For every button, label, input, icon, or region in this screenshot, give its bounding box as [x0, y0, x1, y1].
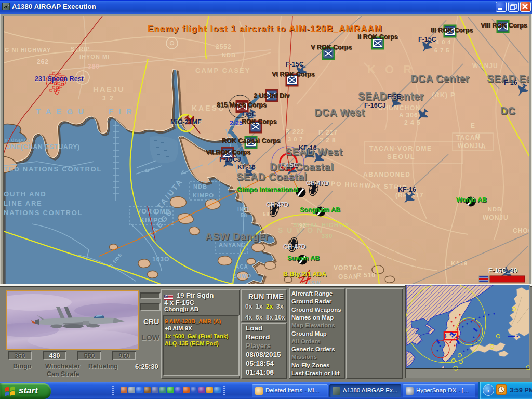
- svg-text:OSAN: OSAN: [338, 273, 358, 281]
- svg-text:ASW: ASW: [307, 281, 321, 284]
- svg-text:NATIONS CONTROL: NATIONS CONTROL: [4, 209, 83, 217]
- svg-text:WONJU: WONJU: [458, 142, 484, 150]
- svg-text:58: 58: [263, 211, 270, 217]
- svg-text:103O: 103O: [152, 256, 169, 263]
- svg-text:LINE ARE: LINE ARE: [4, 200, 43, 207]
- svg-text:3 2 8: 3 2 8: [320, 137, 336, 144]
- svg-text:WONJU: WONJU: [472, 62, 498, 70]
- svg-text:ABANDONED: ABANDONED: [363, 171, 411, 178]
- svg-text:CAMP CASEY: CAMP CASEY: [195, 66, 250, 74]
- svg-text:V ROK Corps: V ROK Corps: [311, 44, 352, 51]
- svg-text:231 Spoon Rest: 231 Spoon Rest: [35, 75, 84, 83]
- svg-text:KF-16: KF-16: [398, 186, 416, 193]
- svg-text:6 7 5: 6 7 5: [434, 47, 449, 54]
- svg-text:VII ROK Corps: VII ROK Corps: [206, 149, 250, 156]
- svg-text:Wonju AB: Wonju AB: [456, 196, 487, 204]
- svg-text:WONJU: WONJU: [483, 214, 509, 221]
- svg-text:Gimpo International: Gimpo International: [237, 186, 298, 193]
- svg-text:K O R: K O R: [367, 63, 415, 76]
- svg-text:DCA West: DCA West: [314, 107, 365, 118]
- svg-text:CH-47D: CH-47D: [266, 201, 289, 208]
- svg-text:VI ROK Corps: VI ROK Corps: [272, 71, 315, 78]
- svg-text:2:25: 2:25: [230, 119, 243, 127]
- svg-text:SEAD Coastal: SEAD Coastal: [236, 171, 307, 182]
- svg-text:58: 58: [241, 212, 247, 218]
- svg-text:Suwon AB: Suwon AB: [287, 255, 320, 262]
- svg-text:TED NATIONS CONTROL: TED NATIONS CONTROL: [4, 165, 102, 173]
- svg-text:2552: 2552: [216, 43, 232, 50]
- svg-text:KIMPO: KIMPO: [140, 217, 164, 224]
- svg-text:(RK) P: (RK) P: [432, 91, 456, 99]
- svg-text:IHYON MI: IHYON MI: [79, 54, 110, 60]
- svg-text:KF-16: KF-16: [237, 164, 256, 171]
- svg-text:A 306: A 306: [399, 112, 418, 119]
- svg-text:KF-16: KF-16: [299, 144, 317, 152]
- svg-text:F-15C: F-15C: [280, 162, 298, 169]
- svg-text:NDB: NDB: [488, 206, 502, 212]
- svg-text:SUWO: SUWO: [233, 273, 251, 279]
- svg-text:A: A: [481, 143, 486, 150]
- svg-text:3 2: 3 2: [102, 95, 114, 102]
- svg-text:ACA: ACA: [235, 264, 248, 270]
- svg-text:NDB: NDB: [222, 52, 236, 58]
- svg-text:KIMPO: KIMPO: [193, 192, 214, 198]
- svg-text:CHOON: CHOON: [513, 227, 529, 234]
- svg-text:2 4 5: 2 4 5: [404, 119, 421, 126]
- svg-text:262: 262: [37, 58, 49, 65]
- svg-text:OUTH AND: OUTH AND: [4, 190, 47, 198]
- svg-text:4 0 4: 4 0 4: [436, 39, 451, 45]
- svg-text:380: 380: [88, 63, 100, 70]
- svg-text:MiG-21MF: MiG-21MF: [170, 118, 202, 126]
- svg-text:815 Mech Corps: 815 Mech Corps: [217, 101, 267, 109]
- svg-text:F-15C: F-15C: [286, 61, 304, 68]
- svg-text:92: 92: [299, 223, 306, 229]
- svg-text:T A E G U: T A E G U: [36, 107, 85, 116]
- svg-text:ROK Capital Corps: ROK Capital Corps: [222, 137, 281, 144]
- svg-text:CH-47D: CH-47D: [306, 180, 329, 187]
- svg-text:2 US Inf Div: 2 US Inf Div: [254, 92, 290, 99]
- svg-text:ONE(CHAN ESTUARY): ONE(CHAN ESTUARY): [6, 143, 80, 151]
- svg-text:HAEJU: HAEJU: [93, 85, 125, 94]
- svg-text:3 0 7: 3 0 7: [288, 136, 303, 142]
- svg-text:SEOUL: SEOUL: [387, 153, 416, 161]
- svg-text:ROK Corps: ROK Corps: [242, 118, 276, 125]
- svg-text:STRIP: STRIP: [71, 46, 90, 52]
- svg-text:F-5E: F-5E: [387, 93, 401, 100]
- svg-text:VORTAC: VORTAC: [334, 264, 363, 272]
- svg-text:TACAN-VOR DME: TACAN-VOR DME: [369, 145, 432, 152]
- svg-text:F-16CJ: F-16CJ: [219, 156, 241, 163]
- svg-text:DC: DC: [500, 105, 515, 116]
- svg-text:III ROK Corps: III ROK Corps: [431, 26, 473, 34]
- svg-text:F-5E: F-5E: [242, 111, 256, 118]
- svg-text:F-16C_30: F-16C_30: [488, 267, 517, 274]
- svg-text:NDB: NDB: [193, 183, 207, 190]
- svg-text:DCA Center: DCA Center: [410, 73, 470, 84]
- svg-text:VIII ROK Corps: VIII ROK Corps: [481, 22, 527, 29]
- svg-text:Enemy flight lost 1 aircraft t: Enemy flight lost 1 aircraft to AIM-120B…: [148, 24, 382, 34]
- svg-text:E: E: [471, 122, 475, 129]
- svg-text:330: 330: [322, 233, 332, 239]
- svg-text:Songnam AB: Songnam AB: [300, 206, 340, 214]
- svg-text:II ROK Corps: II ROK Corps: [357, 33, 398, 41]
- svg-text:INTL: INTL: [237, 207, 251, 212]
- svg-text:ASW Danger: ASW Danger: [205, 231, 269, 242]
- svg-text:B: B: [476, 132, 481, 140]
- svg-text:F-15C: F-15C: [418, 36, 436, 43]
- svg-text:F-16CJ: F-16CJ: [364, 102, 386, 109]
- svg-text:B Bty 2/1 ADA: B Bty 2/1 ADA: [283, 271, 327, 278]
- svg-text:F I R: F I R: [109, 107, 134, 116]
- svg-text:F-16: F-16: [504, 79, 517, 86]
- svg-text:in dispute: in dispute: [5, 137, 31, 143]
- svg-text:CH-47D: CH-47D: [283, 243, 306, 250]
- svg-text:R 510: R 510: [356, 272, 376, 279]
- svg-text:VOR DME: VOR DME: [137, 208, 170, 215]
- svg-text:G NI HIGHWAY: G NI HIGHWAY: [5, 47, 51, 53]
